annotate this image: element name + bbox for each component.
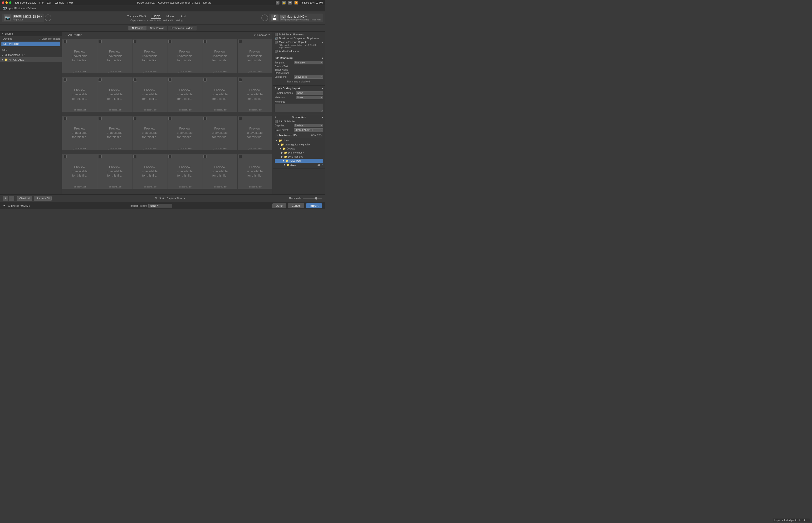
minimize-button[interactable]: [5, 1, 8, 4]
import-preset-select[interactable]: None ▾: [149, 204, 172, 208]
metadata-select[interactable]: None ▾: [296, 96, 323, 99]
cell-checkbox[interactable]: [168, 117, 172, 120]
grid-cell[interactable]: Previewunavailablefor this file. _DSC304…: [203, 116, 237, 150]
cell-checkbox[interactable]: [98, 40, 102, 43]
cell-checkbox[interactable]: [168, 40, 172, 43]
file-tree-nikon[interactable]: ▶ 📁 NIKON D810: [0, 57, 62, 62]
grid-cell[interactable]: Previewunavailablefor this file. _DSC304…: [238, 116, 272, 150]
loupe-view-button[interactable]: ▭: [9, 196, 14, 201]
grid-cell[interactable]: Previewunavailablefor this file. _DSC303…: [238, 77, 272, 112]
maximize-button[interactable]: [9, 1, 12, 4]
file-tree-macintosh[interactable]: ▶ 🖥 Macintosh HD: [0, 53, 62, 57]
destination-plus-icon[interactable]: +: [275, 116, 276, 119]
file-renaming-expand[interactable]: ▾: [322, 57, 323, 59]
menu-help[interactable]: Help: [67, 1, 73, 4]
add-tab[interactable]: Add: [179, 14, 187, 19]
grid-cell[interactable]: Previewunavailablefor this file. _DSC304…: [168, 116, 202, 150]
menu-edit[interactable]: Edit: [47, 1, 51, 4]
grid-cell[interactable]: Previewunavailablefor this file. _DSC303…: [168, 77, 202, 112]
grid-cell[interactable]: Previewunavailablefor this file. _DSC304…: [62, 154, 97, 188]
cell-checkbox[interactable]: [134, 117, 137, 120]
photos-filter-icon[interactable]: ▾: [269, 34, 270, 36]
cell-checkbox[interactable]: [203, 155, 207, 158]
dest-tree-desktop[interactable]: ▼ 📁 Desktop: [275, 147, 323, 151]
menu-window[interactable]: Window: [55, 1, 64, 4]
add-to-collection-row[interactable]: Add to Collection: [275, 50, 323, 53]
grid-cell[interactable]: Previewunavailablefor this file. _DSC302…: [133, 39, 167, 73]
cell-checkbox[interactable]: [134, 78, 137, 82]
cell-checkbox[interactable]: [63, 155, 67, 158]
dest-tree-long-hair[interactable]: ▶ 📁 Long hair pics: [275, 155, 323, 159]
dest-tree-drone-videos[interactable]: ▶ 📁 Drone Videos?: [275, 151, 323, 155]
grid-cell[interactable]: Previewunavailablefor this file. _DSC303…: [97, 116, 132, 150]
grid-cell[interactable]: Previewunavailablefor this file. _DSC304…: [238, 154, 272, 188]
template-select[interactable]: Filename ▾: [294, 61, 323, 65]
grid-cell[interactable]: Previewunavailablefor this file. _DSC303…: [203, 77, 237, 112]
date-format-select[interactable]: 2021/2021-12-10 ▾: [294, 128, 323, 132]
dest-tree-user-folder[interactable]: ▼ 📁 deanriggottphotography: [275, 143, 323, 147]
keywords-input[interactable]: [275, 104, 323, 112]
grid-cell[interactable]: Previewunavailablefor this file. _DSC304…: [203, 154, 237, 188]
source-triangle[interactable]: ▼: [2, 33, 4, 35]
dest-tree-users[interactable]: ▼ 📁 Users: [275, 139, 323, 143]
build-smart-previews-row[interactable]: Build Smart Previews: [275, 33, 323, 36]
cell-checkbox[interactable]: [203, 117, 207, 120]
cell-checkbox[interactable]: [168, 78, 172, 82]
grid-cell[interactable]: Previewunavailablefor this file. _DSC302…: [168, 39, 202, 73]
close-button[interactable]: [2, 1, 4, 4]
grid-view-button[interactable]: ⊞: [3, 196, 8, 201]
eject-after-import[interactable]: ✓ Eject after import: [39, 38, 60, 40]
destination-expand-icon[interactable]: ▾: [322, 116, 323, 119]
grid-cell[interactable]: Previewunavailablefor this file. _DSC304…: [133, 116, 167, 150]
grid-cell[interactable]: Previewunavailablefor this file. _DSC303…: [133, 77, 167, 112]
copy-tab[interactable]: Copy: [151, 14, 161, 19]
grid-cell[interactable]: Previewunavailablefor this file. _DSC302…: [62, 39, 97, 73]
window-controls[interactable]: [2, 1, 12, 4]
menu-lightroom[interactable]: Lightroom Classic: [15, 1, 36, 4]
check-all-button[interactable]: Check All: [17, 196, 32, 201]
cell-checkbox[interactable]: [203, 78, 207, 82]
move-tab[interactable]: Move: [165, 14, 175, 19]
grid-cell[interactable]: Previewunavailablefor this file. _DSC303…: [62, 77, 97, 112]
cell-checkbox[interactable]: [98, 155, 102, 158]
develop-settings-select[interactable]: None ▾: [296, 91, 323, 95]
organize-select[interactable]: By date ▾: [294, 124, 323, 127]
extensions-select[interactable]: Leave as-is ▾: [294, 75, 323, 79]
cell-checkbox[interactable]: [134, 155, 137, 158]
cell-checkbox[interactable]: [63, 78, 67, 82]
make-second-copy-checkbox[interactable]: [275, 41, 278, 43]
uncheck-all-button[interactable]: Uncheck All: [34, 196, 52, 201]
nav-forward-arrow[interactable]: →: [261, 15, 268, 21]
expand-icon[interactable]: ▼: [3, 204, 5, 207]
add-to-collection-checkbox[interactable]: [275, 50, 278, 53]
grid-cell[interactable]: Previewunavailablefor this file. _DSC302…: [97, 39, 132, 73]
dest-tree-2021[interactable]: ▼ 📁 2021 23 ✓: [275, 163, 323, 167]
cell-checkbox[interactable]: [168, 155, 172, 158]
into-subfolder-checkbox[interactable]: [275, 120, 278, 123]
device-dropdown-arrow[interactable]: ▾: [41, 15, 42, 18]
cancel-button[interactable]: Cancel: [288, 203, 304, 209]
cell-checkbox[interactable]: [63, 117, 67, 120]
menu-file[interactable]: File: [39, 1, 44, 4]
cell-checkbox[interactable]: [239, 117, 242, 120]
grid-cell[interactable]: Previewunavailablefor this file. _DSC304…: [168, 154, 202, 188]
cell-checkbox[interactable]: [239, 155, 242, 158]
disk-chevron[interactable]: ▼: [276, 134, 278, 137]
cell-checkbox[interactable]: [134, 40, 137, 43]
import-button[interactable]: Import: [306, 203, 322, 209]
dest-tree-pulse-mag[interactable]: ▼ 📁 Pulse Mag: [275, 159, 323, 163]
dont-import-duplicates-row[interactable]: ✓ Don't Import Suspected Duplicates: [275, 37, 323, 40]
dest-dropdown-arrow[interactable]: ▾: [305, 15, 307, 18]
filter-all-photos[interactable]: All Photos: [128, 26, 146, 31]
grid-cell[interactable]: Previewunavailablefor this file. _DSC303…: [203, 39, 237, 73]
grid-cell[interactable]: Previewunavailablefor this file. _DSC303…: [62, 116, 97, 150]
grid-cell[interactable]: Previewunavailablefor this file. _DSC304…: [97, 154, 132, 188]
grid-cell[interactable]: Previewunavailablefor this file. _DSC304…: [133, 154, 167, 188]
cell-checkbox[interactable]: [98, 78, 102, 82]
grid-cell[interactable]: Previewunavailablefor this file. _DSC303…: [97, 77, 132, 112]
filter-destination-folders[interactable]: Destination Folders: [168, 26, 196, 31]
copy-as-dng-tab[interactable]: Copy as DNG: [125, 14, 147, 19]
apply-expand-icon[interactable]: ▾: [322, 87, 323, 90]
cell-checkbox[interactable]: [239, 78, 242, 82]
cell-checkbox[interactable]: [98, 117, 102, 120]
